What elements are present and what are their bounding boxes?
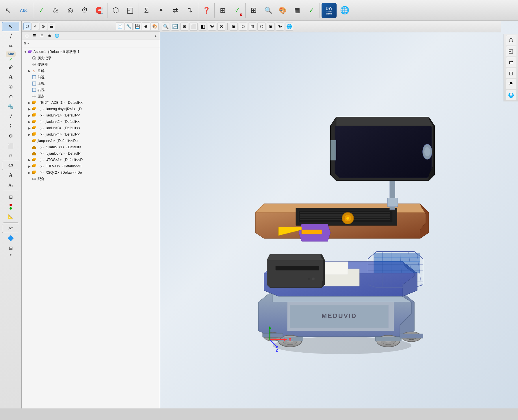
new-component-btn[interactable]: 📄 bbox=[116, 22, 124, 30]
list-toggle-btn[interactable]: ☰ bbox=[31, 32, 38, 39]
tree-xsq[interactable]: ▶ （-）XSQ<2>（Default<<De bbox=[22, 169, 160, 176]
additional-view-btn5[interactable]: ▣ bbox=[267, 23, 275, 31]
dim-0-3-tool[interactable]: 0.3 bbox=[2, 161, 19, 170]
measure-btn[interactable]: ◎ bbox=[63, 2, 77, 19]
tree-jiaolun1[interactable]: ▶ （-）jiaolun<1>（Default<< bbox=[22, 112, 160, 119]
tree-jiaolun4[interactable]: ▶ （-）jiaolun<4>（Default<< bbox=[22, 131, 160, 138]
additional-view-btn2[interactable]: ⬡ bbox=[239, 23, 247, 31]
crosshair2-btn[interactable]: ⊕ bbox=[46, 32, 53, 39]
view-rotate-btn[interactable]: 🔄 bbox=[171, 23, 179, 31]
balance-btn[interactable]: ⚖ bbox=[49, 2, 63, 19]
jiaolun4-expand[interactable]: ▶ bbox=[27, 132, 31, 136]
additional-view-btn3[interactable]: ◫ bbox=[248, 23, 256, 31]
vp-tool6[interactable]: 🌐 bbox=[506, 90, 516, 100]
driveworks-btn[interactable]: DW Drive Works bbox=[322, 3, 337, 18]
display-tab[interactable]: ☰ bbox=[48, 23, 55, 30]
expand-panel-btn[interactable]: ▸ bbox=[154, 34, 158, 38]
grid-btn[interactable]: ⊞ bbox=[247, 2, 261, 19]
feature-manager-tab[interactable]: ⬡ bbox=[23, 23, 31, 30]
expand-collapse[interactable]: ▼ bbox=[9, 253, 12, 256]
check-symbol-tool[interactable]: √ bbox=[2, 112, 19, 121]
view-display-btn[interactable]: 👁 bbox=[208, 23, 216, 31]
save-component-btn[interactable]: 💾 bbox=[133, 22, 141, 30]
tree-jiaolun2[interactable]: ▶ （-）jiaolun<2>（Default<< bbox=[22, 119, 160, 125]
line-draw-tool[interactable]: ╲ bbox=[2, 32, 19, 41]
tree-fujianlou1[interactable]: （-）fujianlou<1>（Default< bbox=[22, 144, 160, 150]
view-appear-btn[interactable]: ⊙ bbox=[217, 23, 225, 31]
tree-annotations-item[interactable]: ▶ A 注解 bbox=[22, 68, 160, 74]
filter-dropdown-icon[interactable]: ▾ bbox=[27, 42, 29, 45]
root-expand-icon[interactable]: ▼ bbox=[23, 50, 27, 54]
vp-tool1[interactable]: ⬡ bbox=[506, 35, 516, 45]
mate-tool[interactable]: 🔩 bbox=[2, 102, 19, 111]
table2-tool[interactable]: ⊞ bbox=[2, 243, 19, 253]
text-tool[interactable]: A bbox=[2, 72, 19, 82]
tree-jianpan[interactable]: jianpan<1>（Default<<De bbox=[22, 138, 160, 144]
viewport[interactable]: 🔍 🔄 ⊕ ⬜ ◧ 👁 ⊙ ▣ bbox=[160, 21, 518, 408]
jiaolun2-expand[interactable]: ▶ bbox=[27, 120, 31, 124]
filter-icon[interactable]: ⊻ bbox=[23, 41, 27, 46]
annotations-expand[interactable]: ▶ bbox=[27, 69, 31, 73]
layout-tool[interactable]: ⊟ bbox=[2, 192, 19, 201]
vp-tool2[interactable]: ◱ bbox=[506, 46, 516, 56]
view-eye-btn[interactable]: 👁 bbox=[276, 23, 284, 31]
clock-btn[interactable]: ⏱ bbox=[78, 2, 92, 19]
abc-tool[interactable]: Abc bbox=[6, 51, 16, 57]
annot-a1-tool[interactable]: A₁ bbox=[2, 180, 19, 190]
select-tool-btn[interactable]: ↖ bbox=[1, 2, 15, 19]
additional-view-btn1[interactable]: ▣ bbox=[230, 23, 238, 31]
additional-view-btn4[interactable]: ⬡ bbox=[257, 23, 266, 31]
magnet-btn[interactable]: 🧲 bbox=[92, 2, 106, 19]
view-box-btn[interactable]: ⬜ bbox=[190, 23, 198, 31]
tree-top-view[interactable]: 上视 bbox=[22, 80, 160, 87]
tree-front-view[interactable]: 前视 bbox=[22, 74, 160, 80]
tree-dayinji[interactable]: ▶ （-）jianeng-dayinji2<1>（D bbox=[22, 106, 160, 112]
jhfv-expand[interactable]: ▶ bbox=[27, 164, 31, 168]
ruler-tool[interactable]: 📐 bbox=[2, 212, 19, 221]
abc-btn[interactable]: Abc bbox=[16, 2, 32, 19]
help-btn[interactable]: ❓ bbox=[199, 2, 213, 19]
sketch-pencil-tool[interactable]: ✏ bbox=[2, 42, 19, 51]
sphere-btn[interactable]: 🌐 bbox=[53, 32, 60, 39]
utgg-expand[interactable]: ▶ bbox=[27, 158, 31, 162]
tree-jhfv[interactable]: ▶ （-）JHFV<1>（Default<<D bbox=[22, 163, 160, 169]
cut-btn[interactable]: ◱ bbox=[123, 2, 137, 19]
textbox-tool[interactable]: A° bbox=[2, 224, 19, 233]
gear-assembly-tool[interactable]: ⚙ bbox=[2, 131, 19, 140]
translate-btn[interactable]: ⇄ bbox=[168, 2, 182, 19]
vp-tool5[interactable]: 👁 bbox=[506, 79, 516, 89]
component-place-tool[interactable]: ⧈ bbox=[2, 151, 19, 160]
tree-right-view[interactable]: 右视 bbox=[22, 87, 160, 93]
view-globe-btn[interactable]: 🌐 bbox=[285, 23, 293, 31]
stack-btn[interactable]: ⊟ bbox=[38, 32, 45, 39]
color-btn[interactable]: 🎨 bbox=[276, 2, 289, 19]
check-x-btn[interactable]: ✓ ✘ bbox=[230, 2, 244, 19]
paint-brush-tool[interactable]: 🖌 bbox=[2, 62, 19, 72]
table-btn[interactable]: ⊞ bbox=[216, 2, 230, 19]
move-btn[interactable]: ✦ bbox=[154, 2, 168, 19]
linegrid-btn[interactable]: ▦ bbox=[290, 2, 304, 19]
box-tool[interactable]: ⬜ bbox=[2, 141, 19, 150]
add-component-btn[interactable]: 🔧 bbox=[125, 22, 133, 30]
dayinji-expand[interactable]: ▶ bbox=[27, 107, 31, 111]
config-tab[interactable]: ⊙ bbox=[40, 23, 47, 30]
sigma-btn[interactable]: Σ bbox=[140, 2, 153, 19]
tree-history-item[interactable]: 历史记录 bbox=[22, 55, 160, 61]
view-toggle-btn[interactable]: ◻ bbox=[23, 32, 30, 39]
tree-fujianlou2[interactable]: （-）fujianlou<2>（Default< bbox=[22, 150, 160, 157]
angle-tool[interactable]: ⌇ bbox=[2, 121, 19, 131]
tree-origin[interactable]: 原点 bbox=[22, 93, 160, 99]
adb-expand[interactable]: ▶ bbox=[27, 101, 31, 105]
crosshair-btn[interactable]: ⊕ bbox=[142, 22, 150, 30]
appearance-btn[interactable]: 🎨 bbox=[151, 22, 159, 30]
tree-adb[interactable]: ▶ （固定）ADB<1>（Default<< bbox=[22, 99, 160, 106]
traffic-light-tool[interactable] bbox=[2, 202, 19, 211]
tree-utgg[interactable]: ▶ （-）UTGG<1>（Default<<D bbox=[22, 157, 160, 163]
check-btn[interactable]: ✓ bbox=[34, 2, 48, 19]
tree-root-item[interactable]: ▼ Assem1（Default<显示状态-1 bbox=[22, 49, 160, 55]
component3d-tool[interactable]: 🔷 bbox=[2, 234, 19, 243]
search-btn[interactable]: 🔍 bbox=[261, 2, 275, 19]
tree-mating[interactable]: 配合 bbox=[22, 176, 160, 182]
xsq-expand[interactable]: ▶ bbox=[27, 171, 31, 175]
nav-btn[interactable]: 🌐 bbox=[338, 2, 352, 19]
